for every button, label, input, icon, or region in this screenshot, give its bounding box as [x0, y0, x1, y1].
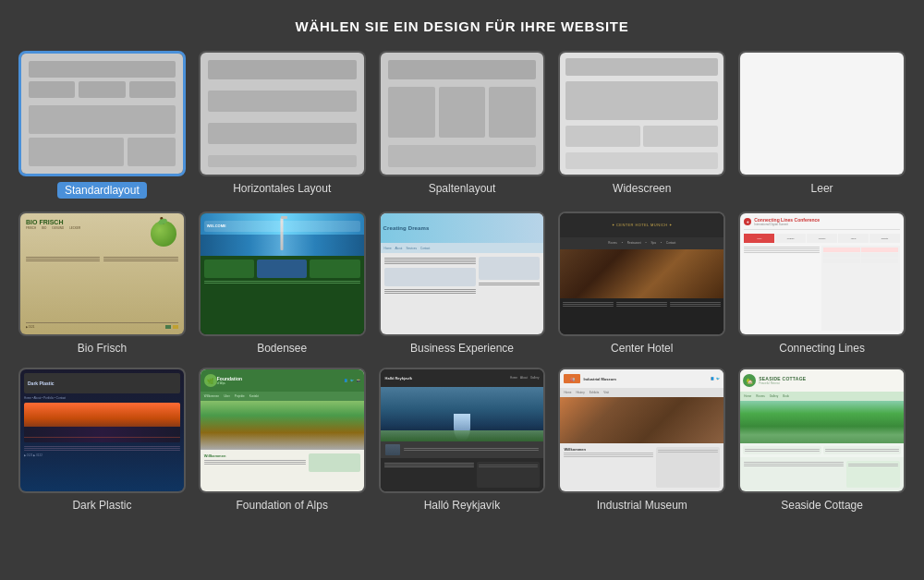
template-connecting-lines[interactable]: + Connecting Lines Conference Internatio… [738, 211, 906, 356]
template-thumb-industrial: 🏭 Industrial Museum 📘🐦 HomeHistoryExhibi… [558, 368, 725, 493]
template-label-spalten: Spaltenlayout [429, 182, 496, 195]
template-thumb-seaside: 🏡 SEASIDE COTTAGE Peaceful Retreat HomeR… [738, 368, 906, 493]
template-label-hotel: Center Hotel [611, 342, 673, 355]
template-thumb-horizontales [199, 51, 366, 176]
template-industrial-museum[interactable]: 🏭 Industrial Museum 📘🐦 HomeHistoryExhibi… [558, 368, 725, 512]
template-grid: Standardlayout Horizontales Layout [18, 51, 906, 512]
template-seaside-cottage[interactable]: 🏡 SEASIDE COTTAGE Peaceful Retreat HomeR… [738, 368, 906, 512]
template-label-leer: Leer [811, 182, 833, 195]
template-thumb-alps: 🌿 Foundation of Alps 📘🐦📸 WillkommenÜberP… [199, 368, 366, 493]
template-hallo-reykjavik[interactable]: Halló Reykjavík HomeAboutGallery [379, 368, 546, 512]
template-thumb-bodensee: WELCOME [199, 211, 366, 337]
template-thumb-widescreen [558, 51, 725, 176]
template-label-industrial: Industrial Museum [597, 499, 687, 512]
template-label-widescreen: Widescreen [613, 182, 671, 195]
template-thumb-spalten [379, 51, 546, 176]
template-label-business: Business Experience [410, 342, 514, 355]
template-label-connecting: Connecting Lines [779, 342, 865, 355]
template-foundation-alps[interactable]: 🌿 Foundation of Alps 📘🐦📸 WillkommenÜberP… [199, 368, 366, 512]
template-label-alps: Foundation of Alps [236, 499, 327, 512]
template-dark-plastic[interactable]: Dark Plastic Home • About • Portfolio • … [18, 368, 186, 512]
template-label-bodensee: Bodensee [257, 342, 307, 355]
template-thumb-dark-plastic: Dark Plastic Home • About • Portfolio • … [18, 368, 186, 493]
template-thumb-business: Creating Dreams Home About Services Cont… [379, 211, 546, 337]
template-thumb-reykjavik: Halló Reykjavík HomeAboutGallery [379, 368, 546, 493]
template-business-experience[interactable]: Creating Dreams Home About Services Cont… [379, 211, 546, 356]
template-widescreen[interactable]: Widescreen [558, 51, 725, 199]
template-thumb-hotel: ✦ CENTER HOTEL MUNICH ✦ Rooms•Restaurant… [558, 211, 725, 337]
template-thumb-standardlayout [18, 51, 186, 176]
template-bio-frisch[interactable]: BIO FRISCH FRISCHBIOGESUNDLECKER [18, 211, 186, 356]
template-center-hotel[interactable]: ✦ CENTER HOTEL MUNICH ✦ Rooms•Restaurant… [558, 211, 725, 356]
template-thumb-connecting: + Connecting Lines Conference Internatio… [738, 211, 906, 337]
template-label-horizontales: Horizontales Layout [233, 182, 331, 195]
page-title: WÄHLEN SIE EIN DESIGN FÜR IHRE WEBSITE [295, 18, 628, 34]
template-label-dark-plastic: Dark Plastic [72, 499, 131, 512]
template-horizontales-layout[interactable]: Horizontales Layout [199, 51, 366, 199]
template-standardlayout[interactable]: Standardlayout [18, 51, 186, 199]
template-label-bio-frisch: Bio Frisch [78, 342, 127, 355]
template-spaltenlayout[interactable]: Spaltenlayout [379, 51, 546, 199]
template-leer[interactable]: Leer [738, 51, 906, 199]
template-bodensee[interactable]: WELCOME Bodensee [199, 211, 366, 356]
template-label-seaside: Seaside Cottage [781, 499, 863, 512]
template-thumb-bio-frisch: BIO FRISCH FRISCHBIOGESUNDLECKER [18, 211, 186, 337]
template-label-reykjavik: Halló Reykjavík [424, 499, 501, 512]
template-thumb-leer [738, 51, 906, 176]
template-label-standardlayout: Standardlayout [57, 182, 147, 199]
